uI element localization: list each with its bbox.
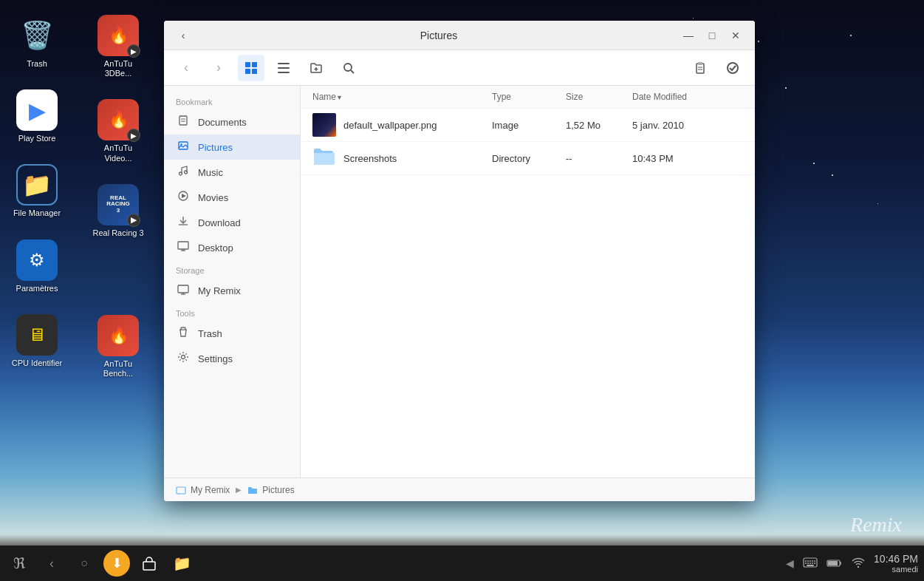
desktop-icon-realracing[interactable]: REALRACING3 ▶ Real Racing 3 (85, 180, 151, 242)
file-list: Name ▾ Type Size Date Modified default_w… (301, 86, 755, 478)
title-bar-controls: — □ ✕ (678, 25, 746, 46)
maximize-button[interactable]: □ (702, 25, 722, 46)
file-row-screenshots[interactable]: Screenshots Directory -- 10:43 PM (301, 142, 755, 175)
myremix-icon (176, 283, 191, 298)
settings-icon (176, 351, 191, 366)
sidebar-trash-label: Trash (198, 328, 222, 339)
time-display: 10:46 PM (874, 553, 918, 565)
col-header-name[interactable]: Name ▾ (312, 92, 492, 102)
svg-rect-50 (828, 561, 838, 565)
date-display: samedi (874, 565, 918, 574)
taskbar-arrow-left[interactable]: ◀ (786, 557, 794, 569)
filemanager-label: File Manager (13, 208, 61, 218)
svg-rect-3 (252, 69, 257, 74)
remix-logo: Remix (850, 513, 902, 537)
taskbar: ℜ ‹ ○ ⬇ 📁 ◀ (0, 546, 924, 581)
sidebar-item-pictures[interactable]: Pictures (164, 135, 300, 160)
nav-back-button[interactable]: ‹ (173, 55, 199, 81)
desktop-icon-antutubench[interactable]: 🔥 AnTuTu Bench... (85, 310, 151, 383)
desktop-icon-parametres[interactable]: ⚙ Paramètres (4, 235, 70, 298)
nav-forward-button[interactable]: › (205, 55, 232, 81)
sidebar-item-documents[interactable]: Documents (164, 109, 300, 135)
new-folder-button[interactable] (303, 55, 329, 81)
sidebar-myremix-label: My Remix (198, 285, 241, 296)
trash-label: Trash (27, 59, 47, 69)
screenshots-icon (312, 146, 336, 170)
screenshots-filename: Screenshots (343, 153, 397, 164)
sidebar-settings-label: Settings (198, 353, 233, 364)
svg-rect-27 (178, 242, 188, 249)
desktop-icon-trash[interactable]: 🗑️ Trash (4, 10, 70, 73)
sidebar-movies-label: Movies (198, 192, 228, 203)
antutubench-label: AnTuTu Bench... (89, 359, 147, 378)
cpu-label: CPU Identifier (12, 359, 62, 368)
svg-rect-1 (252, 62, 257, 67)
wallpaper-filename: default_wallpaper.png (343, 120, 437, 131)
svg-rect-34 (177, 487, 185, 494)
minimize-button[interactable]: — (678, 25, 699, 46)
desktop-icon-playstore[interactable]: ▶ Play Store (4, 85, 70, 148)
svg-rect-6 (278, 72, 290, 73)
screenshots-type: Directory (492, 153, 566, 164)
sidebar-item-settings[interactable]: Settings (164, 346, 300, 371)
sidebar-item-movies[interactable]: Movies (164, 185, 300, 210)
taskbar-keyboard-icon[interactable] (803, 556, 818, 571)
sidebar-item-download[interactable]: Download (164, 210, 300, 235)
col-header-date: Date Modified (632, 92, 743, 102)
svg-point-51 (858, 565, 859, 567)
folder-icon (312, 146, 336, 170)
parametres-icon: ⚙ (16, 239, 58, 281)
antutu3d-icon: 🔥 ▶ (97, 15, 139, 56)
wallpaper-icon (312, 113, 336, 137)
desktop-icons-col2: 🔥 ▶ AnTuTu 3DBe... 🔥 ▶ AnTuTu Video... R… (81, 0, 155, 546)
clipboard-button[interactable] (687, 55, 713, 81)
taskbar-shop-button[interactable] (136, 550, 162, 577)
breadcrumb-myremix-label: My Remix (191, 485, 230, 495)
taskbar-folder-button[interactable]: 📁 (168, 550, 195, 577)
screenshots-size: -- (566, 153, 632, 164)
breadcrumb-myremix[interactable]: My Remix (176, 485, 230, 495)
list-view-button[interactable] (270, 55, 297, 81)
checkmark-button[interactable] (719, 55, 746, 81)
cpu-icon: 🖥 (16, 314, 58, 356)
back-nav-arrow[interactable]: ‹ (173, 25, 194, 46)
status-bar: My Remix ▶ Pictures (164, 478, 755, 501)
grid-view-button[interactable] (238, 55, 264, 81)
desktop-icon-cpu[interactable]: 🖥 CPU Identifier (4, 310, 70, 373)
bookmark-section-label: Bookmark (164, 92, 300, 109)
sidebar-item-trash[interactable]: Trash (164, 321, 300, 346)
desktop-icon-antutuvideo[interactable]: 🔥 ▶ AnTuTu Video... (85, 95, 151, 167)
desktop-icon-antutu3d[interactable]: 🔥 ▶ AnTuTu 3DBe... (85, 10, 151, 83)
trash-icon: 🗑️ (16, 15, 58, 56)
taskbar-back-button[interactable]: ‹ (38, 550, 65, 577)
download-icon (176, 215, 191, 230)
sidebar-item-myremix[interactable]: My Remix (164, 278, 300, 303)
svg-rect-16 (179, 116, 187, 125)
svg-point-33 (182, 356, 185, 359)
search-button[interactable] (335, 55, 362, 81)
documents-icon (176, 115, 191, 129)
col-header-size: Size (566, 92, 632, 102)
wallpaper-type: Image (492, 120, 566, 131)
movies-icon (176, 190, 191, 205)
file-manager-body: Bookmark Documents (164, 86, 755, 478)
svg-rect-4 (278, 63, 290, 64)
file-list-header: Name ▾ Type Size Date Modified (301, 86, 755, 109)
breadcrumb-pictures[interactable]: Pictures (247, 485, 294, 495)
taskbar-wifi-icon (852, 556, 865, 571)
file-row-wallpaper[interactable]: default_wallpaper.png Image 1,52 Mo 5 ja… (301, 109, 755, 142)
trash-sidebar-icon (176, 326, 191, 341)
close-button[interactable]: ✕ (725, 25, 746, 46)
taskbar-download-button[interactable]: ⬇ (103, 550, 130, 577)
sidebar-item-music[interactable]: Music (164, 160, 300, 185)
realracing-badge: ▶ (127, 214, 140, 227)
filemanager-icon: 📁 (16, 164, 58, 205)
svg-point-21 (179, 172, 182, 175)
desktop-icon-filemanager[interactable]: 📁 File Manager (4, 160, 70, 222)
sidebar-item-desktop[interactable]: Desktop (164, 235, 300, 260)
taskbar-home-button[interactable]: ℜ (6, 550, 32, 577)
sort-arrow: ▾ (338, 93, 341, 101)
antutu3d-label: AnTuTu 3DBe... (89, 59, 147, 78)
taskbar-circle-button[interactable]: ○ (71, 550, 97, 577)
wallpaper-date: 5 janv. 2010 (632, 120, 743, 131)
